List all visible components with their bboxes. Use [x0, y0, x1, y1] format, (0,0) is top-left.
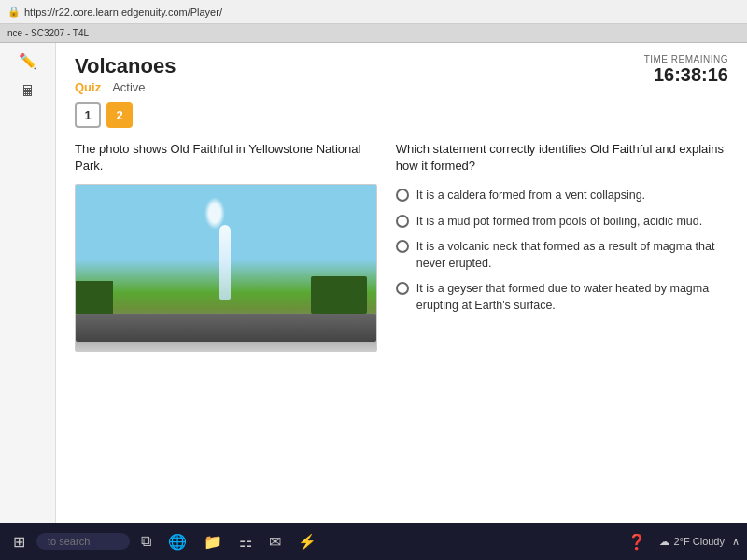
calculator-icon[interactable]: 🖩: [21, 83, 35, 100]
photo-old-faithful: [75, 184, 377, 352]
choice-d[interactable]: It is a geyser that formed due to water …: [396, 281, 728, 314]
quiz-title: Volcanoes: [75, 54, 176, 78]
file-explorer-icon[interactable]: 📁: [198, 529, 228, 554]
choices-list: It is a caldera formed from a vent colla…: [396, 188, 728, 314]
tab-bar: nce - SC3207 - T4L: [0, 24, 747, 43]
system-tray-chevron[interactable]: ∧: [732, 536, 740, 548]
time-remaining-area: TIME REMAINING 16:38:16: [644, 54, 728, 86]
choice-c-text: It is a volcanic neck that formed as a r…: [416, 239, 728, 272]
trees-right: [311, 276, 367, 314]
time-value: 16:38:16: [644, 64, 728, 86]
choice-a-text: It is a caldera formed from a vent colla…: [416, 188, 645, 204]
quiz-label: Quiz: [75, 80, 101, 94]
windows-icon[interactable]: ⊞: [7, 529, 31, 554]
tab-label: nce - SC3207 - T4L: [7, 28, 89, 38]
choice-c[interactable]: It is a volcanic neck that formed as a r…: [396, 239, 728, 272]
lock-icon: 🔒: [7, 6, 21, 18]
quiz-status: Active: [112, 80, 145, 94]
choice-b[interactable]: It is a mud pot formed from pools of boi…: [396, 214, 728, 231]
quiz-meta: Quiz Active: [75, 80, 176, 94]
quiz-header: Volcanoes Quiz Active TIME REMAINING 16:…: [75, 54, 728, 94]
edit-icon[interactable]: ✏️: [19, 52, 37, 70]
taskbar-right: ❓ ☁ 2°F Cloudy ∧: [622, 529, 740, 554]
choice-a[interactable]: It is a caldera formed from a vent colla…: [396, 188, 728, 204]
time-label: TIME REMAINING: [644, 54, 728, 64]
trees-left: [76, 281, 113, 314]
task-view-icon[interactable]: ⧉: [135, 529, 157, 553]
question-nav-2[interactable]: 2: [106, 102, 133, 128]
sidebar: ✏️ 🖩: [0, 43, 56, 523]
help-icon[interactable]: ❓: [622, 529, 652, 554]
weather-text: 2°F Cloudy: [673, 536, 725, 547]
quiz-title-area: Volcanoes Quiz Active: [75, 54, 176, 94]
store-icon[interactable]: ⚏: [233, 529, 258, 554]
content-area: Volcanoes Quiz Active TIME REMAINING 16:…: [56, 43, 747, 523]
main-area: ✏️ 🖩 Volcanoes Quiz Active TIME REMAININ…: [0, 43, 747, 523]
radio-b[interactable]: [396, 215, 409, 228]
answer-question: Which statement correctly identifies Old…: [396, 141, 728, 175]
question-left: The photo shows Old Faithful in Yellowst…: [75, 141, 377, 352]
question-nav-1[interactable]: 1: [75, 102, 101, 128]
edge-icon[interactable]: 🌐: [162, 529, 192, 554]
geyser-water: [219, 225, 231, 300]
radio-c[interactable]: [396, 240, 409, 253]
browser-bar: 🔒 https://r22.core.learn.edgenuity.com/P…: [0, 0, 747, 24]
lightning-icon[interactable]: ⚡: [292, 529, 322, 554]
choice-d-text: It is a geyser that formed due to water …: [416, 281, 728, 314]
browser-url: https://r22.core.learn.edgenuity.com/Pla…: [24, 7, 222, 18]
radio-d[interactable]: [396, 282, 409, 295]
crowd: [76, 314, 376, 342]
question-prompt: The photo shows Old Faithful in Yellowst…: [75, 141, 377, 175]
choice-b-text: It is a mud pot formed from pools of boi…: [416, 214, 702, 231]
question-nav: 1 2: [75, 102, 728, 128]
radio-a[interactable]: [396, 189, 409, 202]
weather-icon: ☁: [659, 536, 669, 548]
taskbar-search-input[interactable]: [36, 533, 130, 550]
question-right: Which statement correctly identifies Old…: [396, 141, 728, 352]
mail-icon[interactable]: ✉: [263, 529, 287, 554]
weather-info: ☁ 2°F Cloudy: [659, 536, 725, 548]
taskbar: ⊞ ⧉ 🌐 📁 ⚏ ✉ ⚡ ❓ ☁ 2°F Cloudy ∧: [0, 523, 747, 560]
question-body: The photo shows Old Faithful in Yellowst…: [75, 141, 728, 352]
